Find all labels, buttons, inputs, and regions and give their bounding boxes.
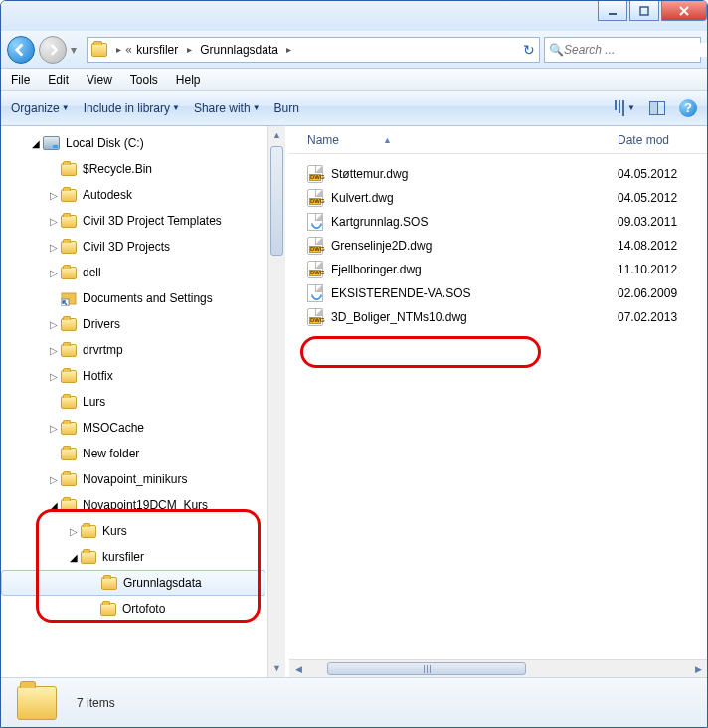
expander-icon[interactable]: ▷ [67,526,81,537]
tree-item-disk[interactable]: ◢Local Disk (C:) [1,130,285,156]
chevron-right-icon: ▸ [182,44,196,55]
tree-label: Kurs [102,524,127,538]
scroll-right-button[interactable]: ▶ [689,660,707,677]
tree-label: Autodesk [83,188,132,202]
menu-file[interactable]: File [11,73,30,87]
file-row[interactable]: DWGFjellboringer.dwg11.10.2012 [307,258,707,281]
refresh-button[interactable]: ↻ [523,42,535,58]
expander-icon[interactable]: ◢ [47,500,61,511]
tree-item[interactable]: ▷Hotfix [1,363,285,389]
dwg-file-icon: DWG [307,189,323,207]
menubar: File Edit View Tools Help [1,69,707,91]
sos-file-icon [307,284,323,302]
tree-item[interactable]: ◢Novapoint19DCM_Kurs [1,492,285,518]
svg-rect-1 [640,7,648,15]
chevron-right-icon: ▸ [282,44,296,55]
file-row[interactable]: DWG3D_Boliger_NTMs10.dwg07.02.2013 [307,305,707,329]
file-row[interactable]: DWGStøttemur.dwg04.05.2012 [307,162,707,186]
organize-button[interactable]: Organize ▼ [11,101,84,115]
file-name: Støttemur.dwg [331,167,618,181]
tree-item[interactable]: ▷Autodesk [1,182,285,208]
horizontal-scrollbar[interactable]: ◀ ▶ [289,659,707,677]
sort-arrow-icon: ▲ [383,135,392,145]
menu-help[interactable]: Help [176,73,201,87]
folder-icon [81,551,96,564]
column-name[interactable]: Name▲ [307,133,618,147]
folder-icon [17,686,57,720]
maximize-button[interactable] [629,1,659,21]
tree-item[interactable]: ▷drvrtmp [1,337,285,363]
search-box[interactable]: 🔍 [544,37,701,63]
expander-icon[interactable]: ▷ [47,474,61,485]
tree-item[interactable]: ▷Kurs [1,518,285,544]
scroll-down-button[interactable]: ▼ [268,659,285,677]
scroll-up-button[interactable]: ▲ [268,126,285,144]
back-button[interactable] [7,36,35,64]
forward-button[interactable] [39,36,67,64]
expander-icon[interactable]: ▷ [47,423,61,434]
tree-item[interactable]: ▷Novapoint_minikurs [1,466,285,492]
expander-icon[interactable]: ◢ [67,552,81,563]
scroll-thumb[interactable] [270,146,283,256]
expander-icon[interactable]: ▷ [47,319,61,330]
tree-item[interactable]: Ortofoto [1,596,285,622]
breadcrumb[interactable]: ▸ « kursfiler ▸ Grunnlagsdata ▸ ↻ [87,37,540,63]
file-date: 14.08.2012 [618,239,707,253]
expander-icon[interactable]: ▷ [47,190,61,201]
tree-item[interactable]: ▷dell [1,260,285,285]
expander-icon[interactable]: ▷ [47,371,61,382]
file-date: 07.02.2013 [618,310,707,324]
expander-icon[interactable]: ▷ [47,242,61,253]
minimize-button[interactable] [598,1,627,21]
help-button[interactable]: ? [679,99,697,117]
scroll-thumb[interactable] [327,662,526,675]
tree-label: Novapoint_minikurs [83,472,187,486]
burn-button[interactable]: Burn [274,101,313,115]
tree-item[interactable]: Lurs [1,389,285,415]
file-row[interactable]: EKSISTERENDE-VA.SOS02.06.2009 [307,281,707,305]
history-dropdown[interactable]: ▾ [71,43,83,57]
tree-label: Novapoint19DCM_Kurs [83,498,208,512]
tree-item[interactable]: ▷Civil 3D Project Templates [1,208,285,234]
file-date: 11.10.2012 [618,263,707,276]
folder-icon [61,215,77,228]
tree-item[interactable]: ▷Civil 3D Projects [1,234,285,260]
folder-icon [61,163,77,176]
expander-icon[interactable]: ▷ [47,216,61,227]
include-button[interactable]: Include in library ▼ [84,101,194,115]
file-row[interactable]: DWGGrenselinje2D.dwg14.08.2012 [307,234,707,258]
tree-label: Civil 3D Project Templates [83,214,222,228]
column-date[interactable]: Date mod [618,133,707,147]
search-input[interactable] [564,43,708,57]
breadcrumb-segment[interactable]: kursfiler [132,43,182,57]
tree-scrollbar[interactable]: ▲ ▼ [267,126,285,677]
expander-icon[interactable]: ▷ [47,345,61,356]
tree-item[interactable]: ◢kursfiler [1,544,285,570]
tree-item[interactable]: ▷MSOCache [1,415,285,441]
sos-file-icon [307,213,323,231]
tree-item[interactable]: New folder [1,441,285,466]
tree-item[interactable]: $Recycle.Bin [1,156,285,182]
breadcrumb-overflow[interactable]: « [125,43,132,57]
titlebar [1,1,707,31]
tree-item[interactable]: Grunnlagsdata [1,570,266,596]
view-mode-button[interactable]: ▼ [615,100,635,116]
file-row[interactable]: Kartgrunnlag.SOS09.03.2011 [307,210,707,234]
tree-item[interactable]: Documents and Settings [1,285,285,311]
preview-pane-button[interactable] [649,101,665,115]
menu-view[interactable]: View [87,73,112,87]
menu-tools[interactable]: Tools [130,73,158,87]
scroll-left-button[interactable]: ◀ [289,660,307,677]
close-button[interactable] [661,1,707,21]
expander-icon[interactable]: ◢ [29,138,43,149]
folder-icon [61,318,77,331]
tree-item[interactable]: ▷Drivers [1,311,285,337]
file-name: EKSISTERENDE-VA.SOS [331,286,618,300]
share-button[interactable]: Share with ▼ [194,101,274,115]
file-date: 04.05.2012 [618,167,707,181]
folder-icon [81,525,96,538]
expander-icon[interactable]: ▷ [47,268,61,278]
breadcrumb-segment[interactable]: Grunnlagsdata [196,43,282,57]
menu-edit[interactable]: Edit [48,73,69,87]
file-row[interactable]: DWGKulvert.dwg04.05.2012 [307,186,707,210]
